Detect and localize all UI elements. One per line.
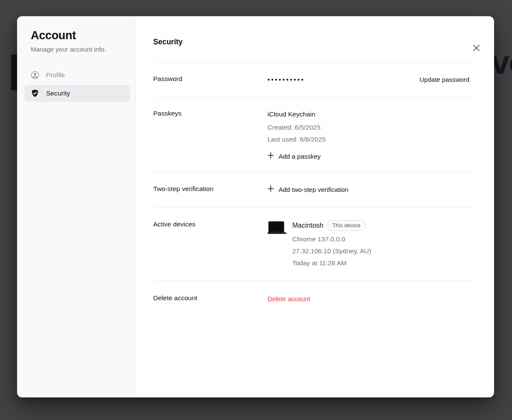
add-passkey-button[interactable]: Add a passkey bbox=[268, 152, 320, 160]
account-sidebar: Account Manage your account info. Profil… bbox=[17, 16, 136, 397]
user-circle-icon bbox=[31, 71, 39, 79]
sidebar-nav: Profile Security bbox=[24, 67, 130, 102]
active-devices-label: Active devices bbox=[153, 220, 268, 228]
device-ip-location: 27.32.106.10 (Sydney, AU) bbox=[292, 245, 371, 257]
security-panel: Security Password •••••••••• Update pass… bbox=[136, 16, 494, 397]
two-step-row: Two-step verification Add two-step verif… bbox=[153, 172, 477, 208]
sidebar-item-label: Profile bbox=[46, 71, 65, 79]
shield-check-icon bbox=[31, 89, 39, 98]
password-label: Password bbox=[153, 75, 268, 83]
active-devices-row: Active devices Macintosh This device Chr… bbox=[153, 208, 477, 281]
device-entry: Macintosh This device Chrome 137.0.0.0 2… bbox=[268, 220, 477, 269]
panel-heading: Security bbox=[153, 38, 477, 46]
close-icon[interactable] bbox=[470, 42, 482, 54]
passkey-created: Created: 6/5/2025 bbox=[268, 122, 477, 133]
passkey-last-used: Last used: 6/6/2025 bbox=[268, 133, 477, 145]
passkey-provider: iCloud Keychain bbox=[268, 110, 477, 119]
passkeys-label: Passkeys bbox=[153, 110, 268, 117]
delete-account-row: Delete account Delete account bbox=[153, 281, 477, 317]
plus-icon bbox=[268, 152, 274, 160]
account-title: Account bbox=[31, 29, 129, 42]
sidebar-item-profile[interactable]: Profile bbox=[24, 67, 130, 84]
sidebar-item-label: Security bbox=[46, 90, 70, 97]
delete-account-button[interactable]: Delete account bbox=[268, 294, 477, 304]
this-device-badge: This device bbox=[328, 220, 365, 231]
delete-account-label: Delete account bbox=[153, 294, 268, 302]
add-two-step-button[interactable]: Add two-step verification bbox=[268, 185, 477, 194]
password-masked-value: •••••••••• bbox=[268, 75, 419, 84]
laptop-icon bbox=[268, 220, 292, 234]
add-two-step-label: Add two-step verification bbox=[279, 185, 348, 194]
plus-icon bbox=[268, 185, 274, 194]
passkeys-row: Passkeys iCloud Keychain Created: 6/5/20… bbox=[153, 98, 477, 172]
update-password-button[interactable]: Update password bbox=[419, 75, 477, 84]
background-text-fragment-right: vo bbox=[491, 46, 512, 79]
account-subtitle: Manage your account info. bbox=[31, 46, 129, 53]
device-browser: Chrome 137.0.0.0 bbox=[292, 233, 371, 245]
two-step-label: Two-step verification bbox=[153, 185, 268, 193]
password-row: Password •••••••••• Update password bbox=[153, 62, 477, 98]
device-name: Macintosh bbox=[292, 221, 323, 230]
add-passkey-label: Add a passkey bbox=[279, 153, 320, 160]
device-last-active: Today at 11:28 AM bbox=[292, 257, 371, 269]
sidebar-item-security[interactable]: Security bbox=[24, 85, 130, 102]
account-modal: Account Manage your account info. Profil… bbox=[17, 16, 494, 397]
